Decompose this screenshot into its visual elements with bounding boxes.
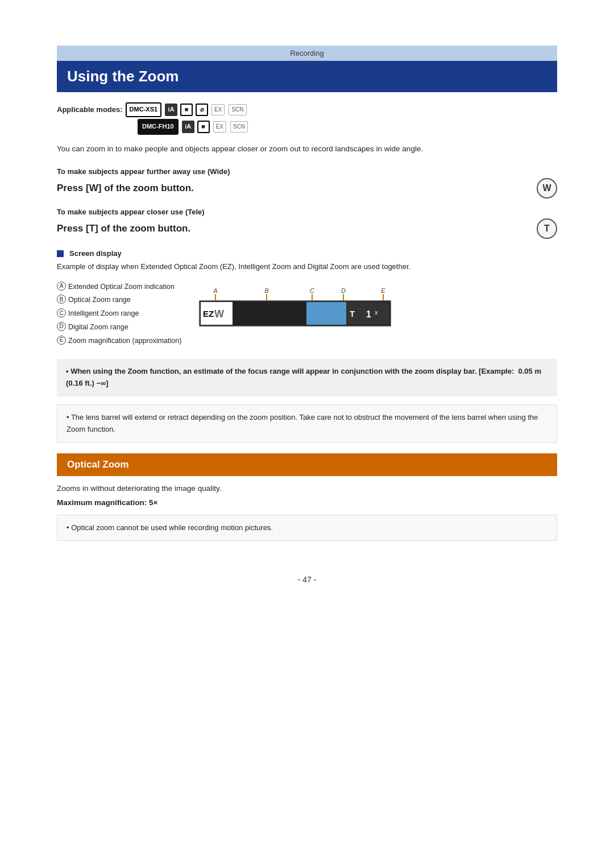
zoom-bar-svg: A B C D E <box>198 285 392 330</box>
t-button: T <box>537 218 557 239</box>
zoom-svg-area: A B C D E <box>198 285 392 332</box>
wide-instruction-text: Press [W] of the zoom button. <box>57 183 194 194</box>
dmc-xs1-badge: DMC-XS1 <box>126 102 162 117</box>
ex-scn-badge: EX <box>211 104 225 115</box>
circle-d: D <box>57 322 66 331</box>
ex-badge2: EX <box>213 121 226 133</box>
optical-note-text: • Optical zoom cannot be used while reco… <box>67 523 273 532</box>
circle-a: A <box>57 282 66 291</box>
svg-text:W: W <box>214 308 224 320</box>
section-title-bar: Using the Zoom <box>57 61 557 92</box>
blue-square-icon <box>57 250 64 257</box>
zoom-diagram-area: A Extended Optical Zoom indication B Opt… <box>57 280 557 348</box>
zoom-list-item-d: D Digital Zoom range <box>57 321 181 334</box>
tele-label: To make subjects appear closer use (Tele… <box>57 208 557 216</box>
circle-b: B <box>57 295 66 304</box>
zoom-list-item-e: E Zoom magnification (approximation) <box>57 334 181 348</box>
zoom-list-item-a: A Extended Optical Zoom indication <box>57 280 181 294</box>
svg-rect-12 <box>233 302 306 325</box>
optical-zoom-title: Optical Zoom <box>67 459 129 470</box>
recording-bar: Recording <box>57 46 557 61</box>
circle-c: C <box>57 308 66 317</box>
svg-text:C: C <box>310 287 314 294</box>
scn-badge: SCN <box>229 104 246 115</box>
scn-badge2: SCN <box>230 121 248 133</box>
wide-section: To make subjects appear further away use… <box>57 167 557 199</box>
scene-icon: ⌀ <box>196 104 208 116</box>
zoom-list-item-b: B Optical Zoom range <box>57 294 181 307</box>
svg-text:A: A <box>213 287 218 294</box>
svg-text:EZ: EZ <box>203 309 214 319</box>
optical-zoom-bar: Optical Zoom <box>57 453 557 476</box>
note-regular-text: • The lens barrel will extend or retract… <box>67 413 538 433</box>
zoom-list-item-c: C Intelligent Zoom range <box>57 307 181 321</box>
svg-rect-13 <box>306 302 346 325</box>
page-number: - 47 - <box>57 575 557 584</box>
svg-text:B: B <box>265 287 269 294</box>
svg-text:x: x <box>375 309 378 316</box>
svg-text:E: E <box>381 287 386 294</box>
tele-instruction-row: Press [T] of the zoom button. T <box>57 218 557 239</box>
ia-icon: iA <box>165 104 177 116</box>
ia-icon2: iA <box>182 121 194 133</box>
wide-label: To make subjects appear further away use… <box>57 167 557 176</box>
tele-section: To make subjects appear closer use (Tele… <box>57 208 557 239</box>
circle-e: E <box>57 336 66 345</box>
dmc-fh10-badge: DMC-FH10 <box>138 119 179 135</box>
zoom-list: A Extended Optical Zoom indication B Opt… <box>57 280 181 348</box>
optical-zoom-desc: Zooms in without deteriorating the image… <box>57 484 557 493</box>
note-bold-text: • When using the Zoom function, an estim… <box>66 367 541 387</box>
recording-label: Recording <box>290 49 323 57</box>
note-box-regular: • The lens barrel will extend or retract… <box>57 404 557 443</box>
zoom-bar-container: A B C D E <box>198 280 557 332</box>
note-box-bold: • When using the Zoom function, an estim… <box>57 359 557 396</box>
section-title: Using the Zoom <box>67 68 179 85</box>
screen-display-desc: Example of display when Extended Optical… <box>57 261 557 272</box>
svg-text:D: D <box>341 287 346 294</box>
auto-icon2: ■ <box>197 121 210 133</box>
applicable-modes: Applicable modes: DMC-XS1 iA ■ ⌀ EX SCN … <box>57 102 557 135</box>
svg-text:T: T <box>350 309 355 319</box>
wide-instruction-row: Press [W] of the zoom button. W <box>57 178 557 199</box>
screen-display-title-text: Screen display <box>69 249 122 258</box>
optical-note-box: • Optical zoom cannot be used while reco… <box>57 515 557 542</box>
max-magnification: Maximum magnification: 5× <box>57 498 557 507</box>
w-button: W <box>537 178 557 199</box>
svg-text:1: 1 <box>366 309 371 319</box>
applicable-label: Applicable modes: <box>57 103 123 116</box>
tele-instruction-text: Press [T] of the zoom button. <box>57 223 190 234</box>
auto-icon: ■ <box>180 104 193 116</box>
zoom-description: You can zoom in to make people and objec… <box>57 143 557 155</box>
page-wrapper: Recording Using the Zoom Applicable mode… <box>0 0 614 868</box>
screen-display-title-row: Screen display <box>57 249 557 258</box>
